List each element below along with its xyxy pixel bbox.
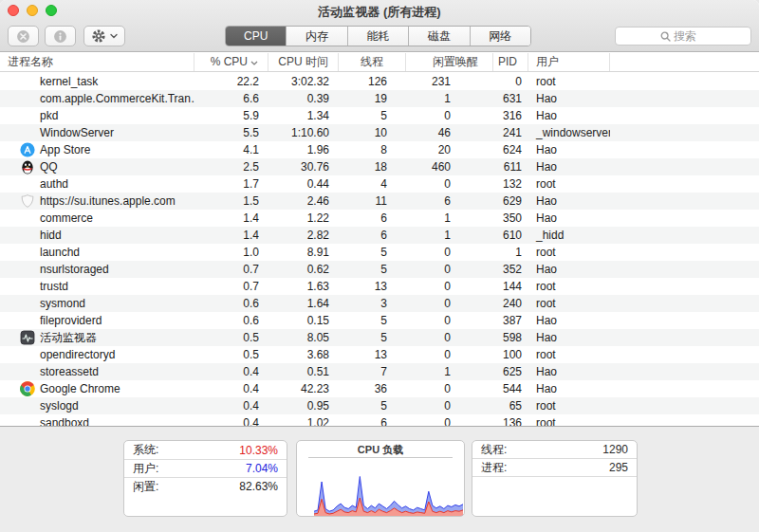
column-header-pid[interactable]: PID <box>493 53 528 71</box>
cpu-summary-row: 用户:7.04% <box>124 459 287 477</box>
cell-cpu: 6.6 <box>194 90 268 107</box>
tab-disk[interactable]: 磁盘 <box>409 27 470 46</box>
inspect-button[interactable] <box>45 26 76 46</box>
process-row[interactable]: 活动监视器0.58.0550598Hao <box>0 329 759 346</box>
cell-time: 0.51 <box>268 363 339 380</box>
cell-pid: 1 <box>493 244 528 261</box>
process-row[interactable]: sysmond0.61.6430240root <box>0 295 759 312</box>
tab-memory[interactable]: 内存 <box>287 27 347 46</box>
tab-cpu[interactable]: CPU <box>226 27 287 46</box>
cell-wakeups: 0 <box>406 107 493 124</box>
quit-process-button[interactable] <box>8 26 39 46</box>
window-chrome: 活动监视器 (所有进程) CPU内存能耗磁盘 <box>0 0 759 52</box>
cell-process-name: nsurlstoraged <box>0 261 194 278</box>
process-name-label: sysmond <box>40 295 85 312</box>
cell-time: 3:02.32 <box>268 73 339 90</box>
cell-user: Hao <box>528 158 610 175</box>
count-row: 进程:295 <box>472 459 637 477</box>
cell-pid: 136 <box>493 414 528 426</box>
cell-time: 1.02 <box>268 414 339 426</box>
process-row[interactable]: QQ2.530.7618460611Hao <box>0 158 759 175</box>
title-bar: 活动监视器 (所有进程) <box>0 0 759 21</box>
cell-wakeups: 0 <box>406 175 493 193</box>
cell-filler <box>610 141 759 158</box>
tab-energy[interactable]: 能耗 <box>348 27 409 46</box>
cell-user: Hao <box>528 193 610 210</box>
cell-cpu: 2.5 <box>194 158 268 175</box>
table-header: 进程名称% CPUCPU 时间线程闲置唤醒PID用户 <box>0 53 759 72</box>
process-row[interactable]: authd1.70.4440132root <box>0 175 759 193</box>
cell-cpu: 0.5 <box>194 329 268 346</box>
column-header-time[interactable]: CPU 时间 <box>268 53 339 71</box>
process-row[interactable]: fileproviderd0.60.1550387Hao <box>0 312 759 329</box>
process-row[interactable]: com.apple.CommerceKit.Tran…6.60.39191631… <box>0 90 759 107</box>
process-row[interactable]: https://su.itunes.apple.com1.52.46116629… <box>0 193 759 210</box>
column-header-threads[interactable]: 线程 <box>339 53 406 71</box>
cell-user: root <box>528 278 610 295</box>
no-icon <box>20 228 35 243</box>
search-field[interactable] <box>615 27 751 46</box>
process-row[interactable]: App Store4.11.96820624Hao <box>0 141 759 158</box>
cell-pid: 629 <box>493 193 528 210</box>
cell-filler <box>610 244 759 261</box>
cell-time: 3.68 <box>268 346 339 363</box>
process-row[interactable]: storeassetd0.40.5171625Hao <box>0 363 759 380</box>
cell-process-name: kernel_task <box>0 73 194 90</box>
process-row[interactable]: WindowServer5.51:10.601046241_windowserv… <box>0 124 759 141</box>
column-header-cpu[interactable]: % CPU <box>194 53 268 71</box>
process-row[interactable]: commerce1.41.2261350Hao <box>0 210 759 227</box>
cell-threads: 5 <box>339 397 406 414</box>
process-row[interactable]: trustd0.71.63130144root <box>0 278 759 295</box>
cell-time: 0.39 <box>268 90 339 107</box>
cell-cpu: 0.4 <box>194 380 268 397</box>
cell-pid: 240 <box>493 295 528 312</box>
activity-monitor-window: 活动监视器 (所有进程) CPU内存能耗磁盘 <box>0 0 759 532</box>
options-menu-button[interactable] <box>83 26 125 46</box>
process-row[interactable]: opendirectoryd0.53.68130100root <box>0 346 759 363</box>
process-row[interactable]: sandboxd0.41.0260136root <box>0 414 759 426</box>
column-header-name[interactable]: 进程名称 <box>0 53 194 71</box>
cell-threads: 19 <box>339 90 406 107</box>
cell-time: 1.96 <box>268 141 339 158</box>
cell-threads: 7 <box>339 363 406 380</box>
no-icon <box>20 347 35 362</box>
cell-filler <box>610 380 759 397</box>
cell-threads: 5 <box>339 244 406 261</box>
column-label: CPU 时间 <box>278 55 328 68</box>
circle-info-icon <box>53 29 67 44</box>
cell-cpu: 0.5 <box>194 346 268 363</box>
cell-cpu: 4.1 <box>194 141 268 158</box>
column-label: 线程 <box>361 55 383 68</box>
column-header-user[interactable]: 用户 <box>528 53 610 71</box>
process-name-label: syslogd <box>40 397 79 414</box>
sort-desc-icon <box>250 61 258 65</box>
tab-network[interactable]: 网络 <box>471 27 530 46</box>
process-name-label: 活动监视器 <box>40 329 97 346</box>
cell-threads: 5 <box>339 261 406 278</box>
cell-filler <box>610 175 759 193</box>
cell-filler <box>610 397 759 414</box>
no-icon <box>20 74 35 89</box>
process-row[interactable]: kernel_task22.23:02.321262310root <box>0 73 759 90</box>
cell-time: 0.62 <box>268 261 339 278</box>
cell-cpu: 0.4 <box>194 397 268 414</box>
process-row[interactable]: launchd1.08.91501root <box>0 244 759 261</box>
cell-process-name: sysmond <box>0 295 194 312</box>
cell-threads: 5 <box>339 312 406 329</box>
process-row[interactable]: syslogd0.40.955065root <box>0 397 759 414</box>
cell-time: 8.05 <box>268 329 339 346</box>
process-row[interactable]: pkd5.91.3450316Hao <box>0 107 759 124</box>
search-input[interactable] <box>674 29 706 43</box>
stat-label: 用户: <box>133 461 158 477</box>
process-row[interactable]: hidd1.42.8261610_hidd <box>0 227 759 244</box>
cell-cpu: 1.5 <box>194 193 268 210</box>
cpu-summary-box: 系统:10.33%用户:7.04%闲置:82.63% <box>123 440 287 517</box>
no-icon <box>20 296 35 311</box>
column-header-wakeups[interactable]: 闲置唤醒 <box>406 53 493 71</box>
process-row[interactable]: Google Chrome0.442.23360544Hao <box>0 380 759 397</box>
cell-wakeups: 1 <box>406 227 493 244</box>
process-name-label: WindowServer <box>40 124 114 141</box>
process-row[interactable]: nsurlstoraged0.70.6250352Hao <box>0 261 759 278</box>
process-name-label: sandboxd <box>40 414 89 426</box>
cell-filler <box>610 193 759 210</box>
